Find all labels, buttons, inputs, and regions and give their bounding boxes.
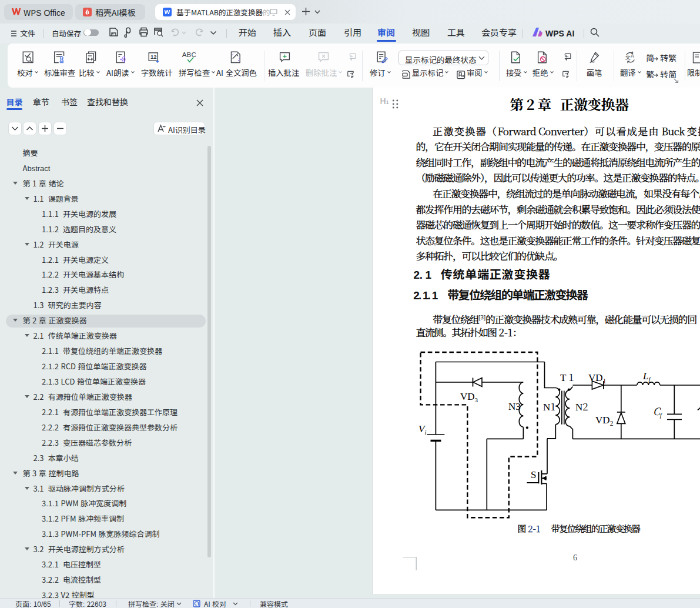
svg-text:文: 文: [625, 54, 631, 61]
svg-text:A: A: [630, 52, 634, 58]
svg-text:ABC: ABC: [182, 51, 197, 58]
svg-text:12: 12: [150, 54, 157, 60]
